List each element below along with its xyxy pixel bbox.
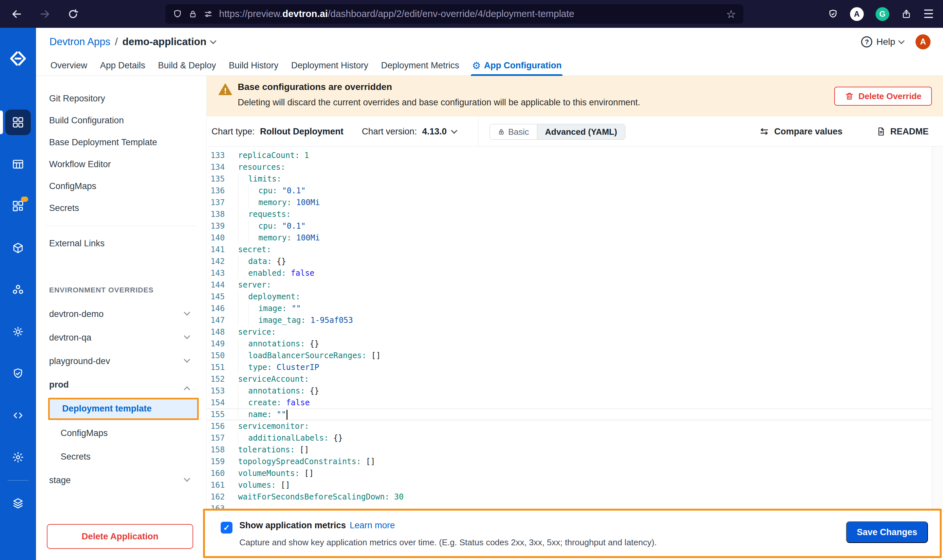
code-line[interactable]: 134resources: [207, 161, 943, 173]
save-changes-button[interactable]: Save Changes [846, 522, 928, 543]
yaml-editor[interactable]: 133replicaCount: 1134resources:135limits… [207, 146, 943, 509]
show-metrics-checkbox[interactable]: ✓ [221, 522, 233, 534]
code-line[interactable]: 163 [207, 503, 943, 509]
code-line[interactable]: 151type: ClusterIP [207, 362, 943, 373]
delete-override-button[interactable]: Delete Override [834, 87, 932, 106]
browser-forward-icon[interactable] [39, 9, 51, 20]
code-line[interactable]: 153annotations: {} [207, 385, 943, 397]
readme-button[interactable]: README [877, 126, 929, 137]
code-line[interactable]: 135limits: [207, 173, 943, 185]
rail-item-bulk-edit[interactable] [0, 311, 36, 352]
code-line[interactable]: 162waitForSecondsBeforeScalingDown: 30 [207, 491, 943, 503]
override-warning-banner: Base configurations are overridden Delet… [207, 76, 943, 117]
env-item-playground-dev[interactable]: playground-dev [36, 349, 206, 373]
show-metrics-label[interactable]: Show application metrics [239, 520, 346, 531]
code-line[interactable]: 137memory: 100Mi [207, 197, 943, 208]
url-text[interactable]: https://preview.devtron.ai/dashboard/app… [219, 9, 720, 19]
env-child-secrets[interactable]: Secrets [36, 445, 206, 468]
code-line[interactable]: 147image_tag: 1-95af053 [207, 314, 943, 326]
code-line[interactable]: 155name: "" [207, 409, 943, 420]
env-child-deployment-template[interactable]: Deployment template [48, 398, 199, 420]
browser-back-icon[interactable] [11, 9, 22, 20]
lock-icon[interactable] [188, 9, 198, 18]
sidebar-item-git-repository[interactable]: Git Repository [36, 88, 206, 109]
devtron-logo-icon[interactable] [9, 51, 27, 66]
env-child-configmaps[interactable]: ConfigMaps [36, 421, 206, 445]
code-line[interactable]: 146image: "" [207, 303, 943, 314]
chart-version-value[interactable]: 4.13.0 [422, 126, 447, 137]
tab-deployment-metrics[interactable]: Deployment Metrics [380, 55, 460, 76]
env-item-prod[interactable]: prod [36, 373, 206, 397]
tab-app-configuration[interactable]: ⚙App Configuration [471, 55, 563, 76]
share-icon[interactable] [901, 9, 912, 19]
profile-a-icon[interactable]: A [850, 7, 864, 21]
tab-deployment-history[interactable]: Deployment History [290, 55, 369, 76]
rail-item-chart-store[interactable] [0, 185, 36, 227]
line-number: 151 [210, 362, 233, 373]
code-line[interactable]: 138requests: [207, 208, 943, 220]
code-line[interactable]: 145deployment: [207, 291, 943, 303]
sidebar-item-secrets[interactable]: Secrets [36, 197, 206, 219]
rail-item-packages[interactable] [0, 227, 36, 269]
advanced-yaml-tab[interactable]: Advanced (YAML) [537, 124, 625, 139]
sidebar-item-build-configuration[interactable]: Build Configuration [36, 109, 206, 131]
chart-version-chevron-icon[interactable] [451, 127, 457, 134]
tab-build-history[interactable]: Build History [228, 55, 279, 76]
browser-reload-icon[interactable] [68, 9, 79, 20]
code-line[interactable]: 143enabled: false [207, 267, 943, 279]
sidebar-item-external-links[interactable]: External Links [36, 232, 206, 254]
rail-item-stack-manager[interactable] [0, 483, 36, 525]
code-line[interactable]: 144server: [207, 279, 943, 291]
basic-mode-tab[interactable]: Basic [490, 124, 537, 139]
env-item-stage[interactable]: stage [36, 468, 206, 492]
rail-item-global-config[interactable] [0, 436, 36, 478]
code-line[interactable]: 133replicaCount: 1 [207, 149, 943, 161]
code-line[interactable]: 161volumes: [] [207, 479, 943, 491]
sidebar-item-workflow-editor[interactable]: Workflow Editor [36, 154, 206, 175]
code-line[interactable]: 158tolerations: [] [207, 444, 943, 455]
code-line[interactable]: 156servicemonitor: [207, 420, 943, 432]
rail-item-applications[interactable] [0, 102, 36, 143]
code-line[interactable]: 136cpu: "0.1" [207, 185, 943, 197]
extension-shield-icon[interactable] [828, 9, 838, 19]
env-label: playground-dev [49, 356, 110, 366]
breadcrumb-root-link[interactable]: Devtron Apps [49, 36, 110, 48]
tracking-shield-icon[interactable] [173, 9, 182, 19]
address-bar[interactable]: https://preview.devtron.ai/dashboard/app… [165, 4, 743, 23]
rail-item-clusters[interactable] [0, 269, 36, 311]
code-line[interactable]: 148service: [207, 326, 943, 338]
code-line[interactable]: 150loadBalancerSourceRanges: [] [207, 350, 943, 362]
app-switcher-chevron-icon[interactable] [210, 38, 216, 44]
code-line[interactable]: 149annotations: {} [207, 338, 943, 350]
code-line[interactable]: 159topologySpreadConstraints: [] [207, 455, 943, 468]
code-line[interactable]: 139cpu: "0.1" [207, 220, 943, 232]
env-item-devtron-qa[interactable]: devtron-qa [36, 326, 206, 349]
bookmark-star-icon[interactable]: ☆ [726, 9, 736, 20]
tab-app-details[interactable]: App Details [99, 55, 147, 76]
code-line[interactable]: 160volumeMounts: [] [207, 468, 943, 479]
user-avatar[interactable]: A [915, 34, 931, 49]
grammarly-icon[interactable]: G [875, 7, 889, 21]
sidebar-item-configmaps[interactable]: ConfigMaps [36, 175, 206, 197]
learn-more-link[interactable]: Learn more [350, 520, 395, 531]
code-line[interactable]: 157additionalLabels: {} [207, 432, 943, 444]
code-line[interactable]: 142data: {} [207, 255, 943, 267]
compare-values-button[interactable]: Compare values [759, 126, 843, 137]
menu-icon[interactable]: ☰ [923, 7, 934, 21]
code-line[interactable]: 140memory: 100Mi [207, 232, 943, 244]
code-line[interactable]: 154create: false [207, 397, 943, 409]
code-line[interactable]: 141secret: [207, 244, 943, 255]
env-item-devtron-demo[interactable]: devtron-demo [36, 302, 206, 326]
help-menu[interactable]: ? Help [861, 36, 904, 48]
sidebar-item-base-deployment-template[interactable]: Base Deployment Template [36, 131, 206, 154]
rail-item-security[interactable] [0, 352, 36, 394]
code-text: memory: 100Mi [238, 232, 320, 244]
permissions-icon[interactable] [203, 9, 213, 19]
code-line[interactable]: 152serviceAccount: [207, 373, 943, 385]
code-text: service: [238, 326, 276, 338]
tab-overview[interactable]: Overview [49, 55, 88, 76]
tab-build-deploy[interactable]: Build & Deploy [157, 55, 217, 76]
delete-application-button[interactable]: Delete Application [47, 524, 193, 549]
rail-item-app-groups[interactable] [0, 143, 36, 185]
rail-item-resource-browser[interactable] [0, 394, 36, 436]
